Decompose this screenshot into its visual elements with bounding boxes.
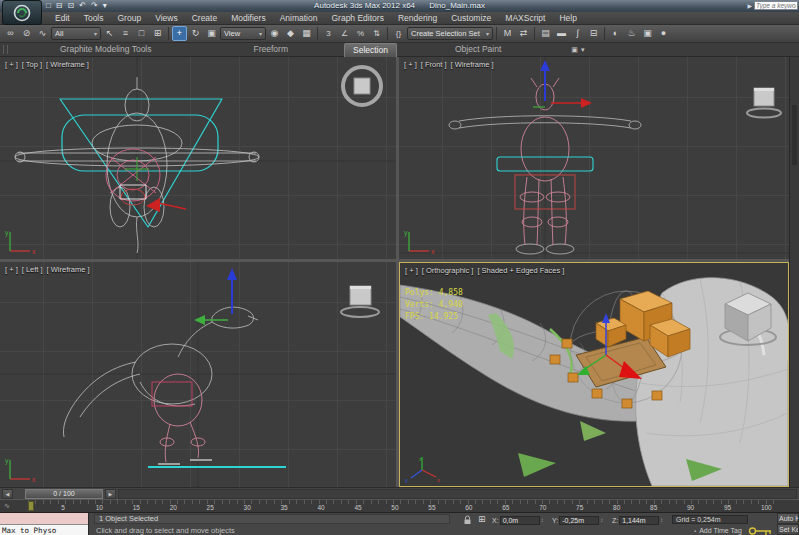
viewport-orthographic-active[interactable]: [ + ] [ Orthographic ] [ Shaded + Edged … — [399, 262, 789, 487]
selection-filter-dropdown[interactable]: All ▾ — [51, 27, 101, 40]
ribbon-grip[interactable] — [3, 45, 8, 54]
tab-graphite-modeling-tools[interactable]: Graphite Modeling Tools — [52, 43, 160, 56]
selection-lock-icon[interactable] — [462, 515, 473, 525]
previous-frame-icon[interactable]: ◀ — [2, 489, 13, 499]
angle-snap-icon[interactable]: ∠ — [337, 26, 352, 41]
z-spinner-icon[interactable]: ↕ — [660, 517, 663, 523]
viewcube[interactable] — [718, 289, 780, 349]
set-key-button[interactable]: Set Key — [777, 524, 799, 535]
spinner-snap-icon[interactable]: ⇅ — [369, 26, 384, 41]
viewport-left[interactable]: [ + ] [ Left ] [ Wireframe ] — [0, 262, 396, 487]
dino-top-wireframe[interactable] — [0, 57, 396, 259]
render-production-icon[interactable]: ● — [656, 26, 671, 41]
named-selection-sets-dropdown[interactable]: Create Selection Set ▾ — [407, 27, 493, 40]
viewport-front[interactable]: [ + ] [ Front ] [ Wireframe ] — [399, 57, 789, 259]
collapsed-command-panel[interactable] — [789, 57, 799, 487]
window-crossing-icon[interactable]: ⊞ — [150, 26, 165, 41]
menu-item[interactable]: Tools — [77, 12, 111, 24]
select-object-icon[interactable]: ↖ — [102, 26, 117, 41]
viewport-menu-name[interactable]: [ Top ] — [22, 60, 42, 69]
menu-item[interactable]: Views — [148, 12, 185, 24]
menu-item[interactable]: Rendering — [391, 12, 444, 24]
snaps-toggle-icon[interactable]: 3 — [321, 26, 336, 41]
open-file-icon[interactable]: ⊟ — [56, 1, 63, 11]
viewport-top[interactable]: [ + ] [ Top ] [ Wireframe ] — [0, 57, 396, 259]
time-slider-handle[interactable]: 0 / 100 — [25, 489, 103, 499]
menu-item[interactable]: Edit — [48, 12, 77, 24]
mirror-icon[interactable]: M — [500, 26, 515, 41]
qat-menu-caret-icon[interactable]: ▾ — [103, 1, 107, 11]
keyboard-shortcut-override-icon[interactable]: ▦ — [299, 26, 314, 41]
paint-icon[interactable]: ▣ — [571, 46, 578, 54]
dino-left-wireframe[interactable] — [0, 262, 396, 487]
menu-item[interactable]: Group — [111, 12, 149, 24]
rectangular-selection-region-icon[interactable]: □ — [134, 26, 149, 41]
infocenter-chevron-icon[interactable]: ▶ — [747, 2, 752, 9]
dino-front-wireframe[interactable] — [399, 57, 789, 259]
absolute-mode-toggle-icon[interactable]: ⊞ — [478, 514, 486, 524]
graphite-modeling-ribbon-icon[interactable]: ▬ — [554, 26, 569, 41]
percent-snap-icon[interactable]: % — [353, 26, 368, 41]
viewport-menu-shading[interactable]: [ Wireframe ] — [451, 60, 494, 69]
viewport-menu-shading[interactable]: [ Wireframe ] — [47, 265, 90, 274]
listener-pane[interactable]: Max to Physo — [0, 525, 88, 535]
use-pivot-point-center-icon[interactable]: ◉ — [267, 26, 282, 41]
menu-item[interactable]: Modifiers — [224, 12, 272, 24]
viewport-menu-shading[interactable]: [ Shaded + Edged Faces ] — [477, 266, 564, 275]
set-keys-key-icon[interactable] — [748, 526, 774, 535]
select-and-rotate-icon[interactable]: ↻ — [188, 26, 203, 41]
save-file-icon[interactable]: ⊡ — [68, 1, 75, 11]
rendered-frame-window-icon[interactable]: ▣ — [640, 26, 655, 41]
viewport-menu-name[interactable]: [ Front ] — [421, 60, 447, 69]
menu-item[interactable]: Create — [185, 12, 225, 24]
select-by-name-icon[interactable]: ≡ — [118, 26, 133, 41]
application-menu-button[interactable] — [2, 0, 42, 25]
track-bar[interactable]: ∿ 51015202530354045505560657075808590951… — [0, 499, 799, 512]
current-frame-marker[interactable] — [28, 501, 34, 511]
menu-item[interactable]: Animation — [273, 12, 325, 24]
x-spinner-icon[interactable]: ↕ — [541, 517, 544, 523]
maxscript-mini-listener[interactable]: Max to Physo — [0, 513, 89, 535]
menu-item[interactable]: MAXScript — [498, 12, 552, 24]
menu-item[interactable]: Customize — [444, 12, 498, 24]
select-and-link-icon[interactable]: ∞ — [3, 26, 18, 41]
align-icon[interactable]: ⇄ — [516, 26, 531, 41]
y-spinner-icon[interactable]: ↕ — [600, 517, 603, 523]
viewport-menu-plus[interactable]: [ + ] — [5, 265, 18, 274]
y-value-field[interactable]: -0,25m — [559, 516, 599, 525]
select-and-move-icon[interactable]: + — [172, 26, 187, 41]
time-slider-track[interactable] — [118, 489, 797, 499]
bind-to-space-warp-icon[interactable]: ∿ — [35, 26, 50, 41]
reference-coordinate-system-dropdown[interactable]: View ▾ — [220, 27, 266, 40]
render-setup-icon[interactable]: ♨ — [624, 26, 639, 41]
layer-manager-icon[interactable]: ▤ — [538, 26, 553, 41]
macro-recorder-pane[interactable] — [0, 513, 88, 525]
move-gizmo[interactable] — [533, 60, 592, 108]
viewport-menu-plus[interactable]: [ + ] — [5, 60, 18, 69]
edit-named-selection-sets-icon[interactable]: {} — [391, 26, 406, 41]
menu-item[interactable]: Graph Editors — [324, 12, 390, 24]
viewport-menu-shading[interactable]: [ Wireframe ] — [46, 60, 89, 69]
tab-freeform[interactable]: Freeform — [246, 43, 296, 56]
schematic-view-icon[interactable]: ⊟ — [586, 26, 601, 41]
viewcube[interactable] — [338, 62, 386, 110]
unlink-selection-icon[interactable]: ⊘ — [19, 26, 34, 41]
chevron-down-icon[interactable]: ▾ — [581, 46, 585, 54]
add-time-tag[interactable]: ▪ Add Time Tag — [694, 527, 742, 534]
select-and-scale-icon[interactable]: ▣ — [204, 26, 219, 41]
x-value-field[interactable]: 0,0m — [500, 516, 540, 525]
viewcube[interactable] — [338, 282, 384, 326]
select-and-manipulate-icon[interactable]: ◆ — [283, 26, 298, 41]
move-gizmo[interactable] — [194, 268, 237, 325]
redo-icon[interactable]: ↷ — [91, 1, 98, 11]
undo-icon[interactable]: ↶ — [79, 1, 86, 11]
search-input[interactable] — [754, 1, 798, 10]
auto-key-button[interactable]: Auto Key — [777, 513, 799, 524]
new-scene-icon[interactable]: □ — [46, 1, 51, 11]
menu-item[interactable]: Help — [552, 12, 583, 24]
mini-curve-editor-icon[interactable]: ∿ — [4, 502, 10, 510]
viewport-menu-name[interactable]: [ Orthographic ] — [422, 266, 474, 275]
material-editor-icon[interactable]: ◐ — [608, 26, 623, 41]
viewcube[interactable] — [745, 85, 785, 127]
tab-object-paint[interactable]: Object Paint — [447, 43, 509, 56]
